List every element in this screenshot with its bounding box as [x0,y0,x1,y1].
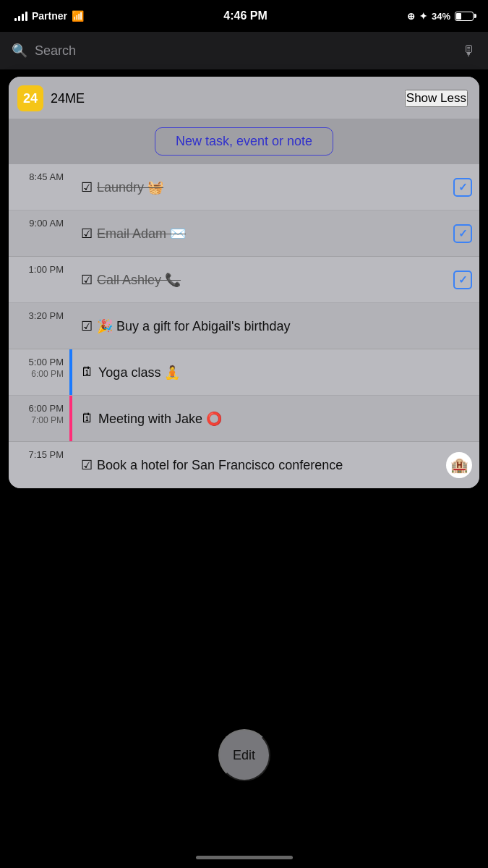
home-indicator [196,856,293,859]
task-row[interactable]: 1:00 PM ☑ Call Ashley 📞 [9,257,479,303]
task-action-checkbox[interactable] [453,224,472,243]
task-content[interactable]: ☑ Call Ashley 📞 [72,257,479,302]
checkbox-icon: ☑ [81,457,93,473]
hotel-icon: 🏨 [446,452,472,478]
status-left: Partner 📶 [14,10,84,22]
task-content[interactable]: ☑ 🎉 Buy a gift for Abigail's birthday [72,303,479,349]
task-time: 1:00 PM [9,257,69,302]
new-task-button[interactable]: New task, event or note [155,127,333,156]
clock: 4:46 PM [223,9,267,22]
task-label: Meeting with Jake ⭕ [98,411,472,427]
bluetooth-icon: ✦ [419,11,427,22]
task-content[interactable]: 🗓 Yoga class 🧘 [72,349,479,395]
edit-button-wrap[interactable]: Edit [218,729,270,781]
task-time: 7:15 PM [9,442,69,488]
task-content[interactable]: ☑ Email Adam ✉️ [72,210,479,256]
checkbox-icon: ☑ [81,272,93,288]
task-time: 8:45 AM [9,164,69,210]
app-name: 24ME [51,91,85,106]
new-task-section[interactable]: New task, event or note [9,119,479,164]
battery-icon [455,12,474,21]
status-bar: Partner 📶 4:46 PM ⊕ ✦ 34% [0,0,488,32]
task-action-checkbox[interactable] [453,271,472,289]
task-time: 9:00 AM [9,210,69,256]
task-action-checkbox[interactable] [453,178,472,197]
calendar-icon: 🗓 [81,411,94,426]
search-placeholder: Search [35,43,76,59]
widget: 24 24ME Show Less New task, event or not… [9,77,479,488]
checkbox-icon: ☑ [81,179,93,195]
calendar-icon: 🗓 [81,365,94,380]
search-input-area[interactable]: 🔍 Search [12,43,455,59]
task-label: Laundry 🧺 [97,179,449,195]
task-time: 5:00 PM 6:00 PM [9,349,69,395]
task-content[interactable]: 🗓 Meeting with Jake ⭕ [72,396,479,441]
task-time: 6:00 PM 7:00 PM [9,396,69,441]
task-row[interactable]: 8:45 AM ☑ Laundry 🧺 [9,164,479,210]
wifi-icon: 📶 [72,10,84,22]
tasks-list: 8:45 AM ☑ Laundry 🧺 9:00 AM ☑ Email Adam… [9,164,479,488]
task-label: Email Adam ✉️ [97,226,449,242]
carrier-label: Partner [32,10,67,22]
task-row[interactable]: 3:20 PM ☑ 🎉 Buy a gift for Abigail's bir… [9,303,479,349]
task-label: 🎉 Buy a gift for Abigail's birthday [97,318,472,334]
task-time: 3:20 PM [9,303,69,349]
task-row[interactable]: 9:00 AM ☑ Email Adam ✉️ [9,210,479,257]
status-right: ⊕ ✦ 34% [407,11,474,22]
edit-button[interactable]: Edit [218,729,270,781]
task-label: Yoga class 🧘 [98,365,472,380]
checkbox-icon: ☑ [81,226,93,242]
mic-icon[interactable]: 🎙 [462,43,476,59]
task-content[interactable]: ☑ Book a hotel for San Francisco confere… [72,442,479,488]
widget-header: 24 24ME Show Less [9,77,479,119]
signal-icon [14,11,27,21]
task-content[interactable]: ☑ Laundry 🧺 [72,164,479,210]
task-row[interactable]: 7:15 PM ☑ Book a hotel for San Francisco… [9,442,479,488]
task-label: Call Ashley 📞 [97,272,449,288]
task-row[interactable]: 5:00 PM 6:00 PM 🗓 Yoga class 🧘 [9,349,479,396]
search-bar[interactable]: 🔍 Search 🎙 [0,32,488,69]
app-icon: 24 [17,85,43,111]
location-icon: ⊕ [407,11,415,22]
battery-label: 34% [432,11,450,22]
search-icon: 🔍 [12,43,27,59]
app-icon-wrap: 24 24ME [17,85,85,111]
task-label: Book a hotel for San Francisco conferenc… [97,458,439,473]
task-row[interactable]: 6:00 PM 7:00 PM 🗓 Meeting with Jake ⭕ [9,396,479,442]
checkbox-icon: ☑ [81,318,93,334]
show-less-button[interactable]: Show Less [405,90,468,107]
